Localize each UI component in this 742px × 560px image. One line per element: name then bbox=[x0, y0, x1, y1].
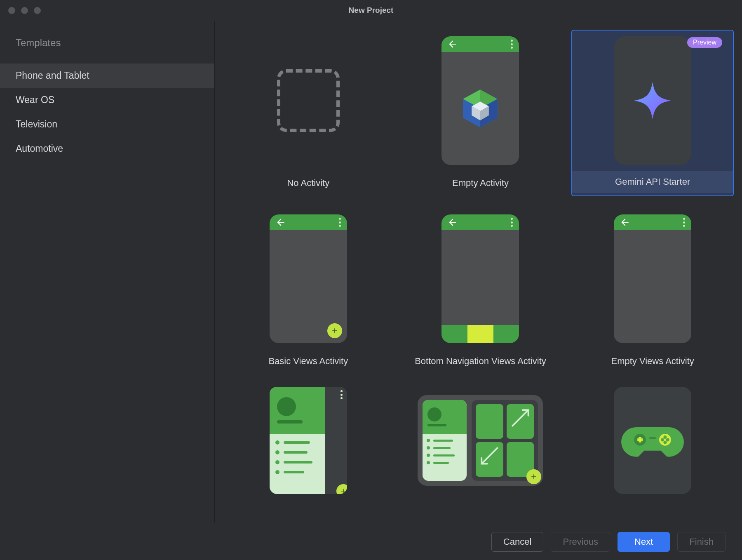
titlebar: New Project bbox=[0, 0, 742, 21]
template-empty-activity[interactable]: Empty Activity bbox=[399, 30, 562, 196]
template-gemini-api-starter[interactable]: Preview bbox=[571, 30, 734, 196]
template-game-activity[interactable] bbox=[571, 386, 734, 495]
svg-point-13 bbox=[661, 438, 664, 441]
sidebar-heading: Templates bbox=[0, 37, 214, 64]
minimize-window-button[interactable] bbox=[21, 7, 28, 14]
template-bottom-navigation-views-activity[interactable]: Bottom Navigation Views Activity bbox=[399, 208, 562, 374]
phone-mock-icon bbox=[441, 36, 519, 165]
game-controller-icon bbox=[620, 420, 686, 461]
more-icon bbox=[339, 218, 341, 227]
gemini-spark-icon bbox=[632, 80, 673, 121]
more-icon bbox=[340, 390, 343, 399]
next-button[interactable]: Next bbox=[618, 532, 670, 552]
phone-mock-icon bbox=[614, 214, 691, 343]
svg-rect-17 bbox=[649, 437, 656, 439]
template-gallery: No Activity bbox=[214, 21, 742, 523]
back-arrow-icon bbox=[620, 217, 630, 228]
sidebar-item-phone-and-tablet[interactable]: Phone and Tablet bbox=[0, 64, 214, 88]
more-icon bbox=[511, 40, 513, 49]
sidebar-item-automotive[interactable]: Automotive bbox=[0, 136, 214, 161]
compose-cube-icon bbox=[459, 87, 502, 130]
window-title: New Project bbox=[349, 6, 394, 15]
successive-icon bbox=[683, 218, 686, 227]
template-label: No Activity bbox=[228, 171, 389, 195]
close-window-button[interactable] bbox=[8, 7, 15, 14]
finish-button: Finish bbox=[677, 532, 726, 552]
window-controls bbox=[8, 7, 41, 14]
previous-button: Previous bbox=[551, 532, 610, 552]
preview-badge: Preview bbox=[687, 37, 722, 48]
phone-mock-icon bbox=[614, 387, 691, 494]
svg-point-15 bbox=[664, 435, 667, 439]
more-icon bbox=[511, 218, 513, 227]
template-empty-views-activity[interactable]: Empty Views Activity bbox=[571, 208, 734, 374]
phone-mock-icon bbox=[441, 214, 519, 343]
phone-mock-drawer-icon bbox=[270, 387, 347, 494]
zoom-window-button[interactable] bbox=[34, 7, 41, 14]
fab-add-icon bbox=[526, 469, 541, 484]
svg-rect-11 bbox=[639, 437, 641, 442]
svg-point-16 bbox=[664, 441, 667, 444]
sidebar: Templates Phone and Tablet Wear OS Telev… bbox=[0, 21, 214, 523]
template-basic-views-activity[interactable]: Basic Views Activity bbox=[227, 208, 390, 374]
sidebar-item-television[interactable]: Television bbox=[0, 112, 214, 136]
template-navigation-drawer-views-activity[interactable] bbox=[227, 386, 390, 495]
primary-detail-mock-icon bbox=[418, 395, 543, 486]
footer: Cancel Previous Next Finish bbox=[0, 523, 742, 560]
template-label: Empty Views Activity bbox=[572, 349, 733, 374]
template-primary-detail-views-flow[interactable] bbox=[399, 386, 562, 495]
back-arrow-icon bbox=[275, 217, 286, 228]
template-label: Bottom Navigation Views Activity bbox=[400, 349, 561, 374]
fab-add-icon bbox=[336, 484, 347, 494]
template-label: Basic Views Activity bbox=[228, 349, 389, 374]
sidebar-item-wear-os[interactable]: Wear OS bbox=[0, 88, 214, 112]
expand-arrow-icon bbox=[509, 407, 532, 429]
back-arrow-icon bbox=[447, 217, 458, 228]
empty-placeholder-icon bbox=[277, 69, 340, 132]
cancel-button[interactable]: Cancel bbox=[491, 532, 543, 552]
template-no-activity[interactable]: No Activity bbox=[227, 30, 390, 196]
fab-add-icon bbox=[327, 323, 342, 338]
bottom-nav-icon bbox=[441, 325, 519, 343]
template-label: Gemini API Starter bbox=[572, 171, 733, 193]
phone-mock-icon bbox=[270, 214, 347, 343]
svg-point-14 bbox=[666, 438, 669, 441]
back-arrow-icon bbox=[447, 39, 458, 49]
phone-mock-icon bbox=[614, 36, 691, 165]
collapse-arrow-icon bbox=[478, 445, 501, 467]
template-label: Empty Activity bbox=[400, 171, 561, 195]
